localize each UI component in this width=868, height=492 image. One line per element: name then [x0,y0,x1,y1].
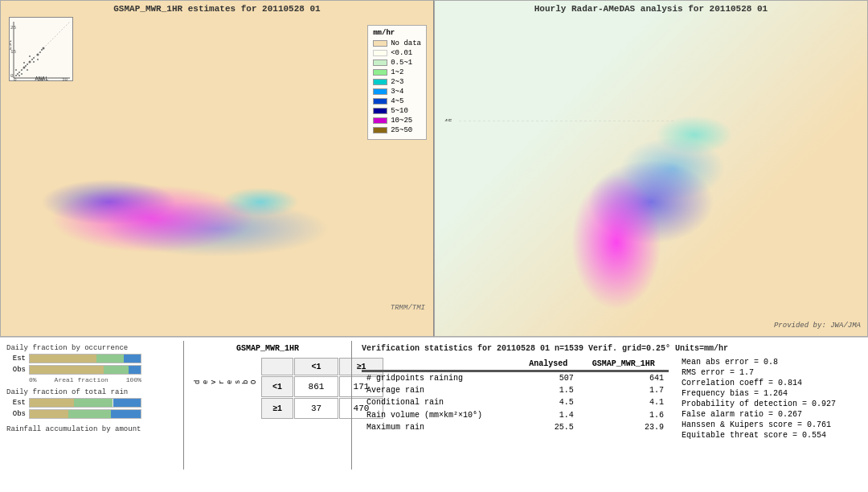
cg-val-a: 861 [294,376,338,397]
contingency-table: GSMAP_MWR_1HR Observed <1 ≥1 <1 861 171 [187,341,348,489]
scatter-plot-inset: ANAL Est 0 25 30 0 15 25 [9,17,73,81]
svg-text:15: 15 [10,49,17,55]
stats-col-gsmap: GSMAP_MWR_1HR [579,358,669,371]
stats-tbody: # gridpoints raining507641Average rain1.… [362,372,669,434]
axis-0pct: 0% [29,376,37,383]
stats-right-item: Correlation coeff = 0.814 [682,379,858,387]
svg-point-6 [21,69,23,71]
stats-right-item: False alarm ratio = 0.267 [682,410,858,419]
legend-color-5-10 [373,108,387,114]
svg-text:25: 25 [38,77,44,82]
heavy-rain-obs-fill [129,366,141,374]
occurrence-est-row: Est [6,354,177,363]
stats-inner: Analysed GSMAP_MWR_1HR # gridpoints rain… [362,358,858,441]
svg-point-21 [27,69,28,71]
stats-cell-gsmap: 1.6 [579,408,669,421]
stats-right-item: RMS error = 1.7 [682,368,858,377]
legend-label-25-50: 25~50 [391,126,412,134]
totalrain-obs-row: Obs [6,409,177,419]
stats-row: # gridpoints raining507641 [362,372,669,385]
stats-cell-analysed: 25.5 [518,421,579,433]
svg-point-7 [23,67,26,69]
stats-left: Analysed GSMAP_MWR_1HR # gridpoints rain… [362,358,669,441]
chart-total-rain: Daily fraction of total rain Est Obs [6,388,177,420]
legend-item-5-10: 5~10 [373,107,421,115]
svg-point-18 [15,69,17,71]
legend-color-nodata [373,40,387,47]
chart-totalrain-title: Daily fraction of total rain [6,388,177,396]
stats-cell-gsmap: 641 [579,372,669,385]
svg-point-13 [37,54,39,56]
legend-label-lt001: <0.01 [391,49,412,57]
cg-row-lt1: <1 [261,376,293,397]
legend-item-lt001: <0.01 [373,49,421,57]
stats-row: Average rain1.51.7 [362,384,669,396]
obs-vertical-label: Observed [194,358,258,422]
right-map-credit: Provided by: JWA/JMA [774,322,861,330]
heavy-rain-est-fill [124,355,141,363]
stats-cell-label: Average rain [362,384,518,396]
svg-point-20 [23,62,25,64]
occurrence-est-bar [29,354,141,363]
cg-header-lt1: <1 [294,358,338,375]
legend-color-25-50 [373,127,387,133]
bottom-row: Daily fraction by occurrence Est Obs [0,338,868,492]
contingency-title: GSMAP_MWR_1HR [194,344,342,353]
stats-cell-label: Maximum rain [362,421,518,433]
legend-item-10-25: 10~25 [373,117,421,125]
tr-no-rain-obs [30,410,68,418]
tr-heavy-rain-obs [111,410,141,418]
legend-item-25-50: 25~50 [373,126,421,134]
stats-col-analysed: Analysed [518,358,579,371]
axis-label: Areal fraction [55,376,108,383]
totalrain-est-row: Est [6,398,177,408]
scatter-svg: ANAL Est 0 25 30 0 15 25 [10,18,74,82]
left-map-title: GSMAP_MWR_1HR estimates for 20110528 01 [113,4,320,14]
legend-color-lt001 [373,50,387,56]
tr-heavy-rain-est [113,399,141,407]
svg-point-17 [18,75,20,76]
totalrain-est-bar [29,398,141,408]
svg-point-4 [17,73,18,75]
legend-item-05-1: 0.5~1 [373,59,421,67]
contingency-wrapper: Observed <1 ≥1 <1 861 171 ≥1 37 [194,358,342,422]
left-map-panel: GSMAP_MWR_1HR estimates for 20110528 01 [0,0,434,337]
stats-right-item: Equitable threat score = 0.554 [682,431,858,440]
legend-color-1-2 [373,69,387,76]
legend-label-3-4: 3~4 [391,88,403,96]
tr-no-rain-est [30,399,74,407]
stats-cell-analysed: 4.5 [518,396,579,408]
legend-item-nodata: No data [373,39,421,47]
legend-label-2-3: 2~3 [391,78,403,86]
stats-col-label [362,358,518,371]
bottom-charts: Daily fraction by occurrence Est Obs [3,341,180,489]
chart-accumulation: Rainfall accumulation by amount [6,425,177,435]
svg-point-19 [21,73,23,75]
svg-point-9 [27,64,28,65]
legend-color-10-25 [373,117,387,124]
svg-point-22 [29,55,31,57]
tr-light-rain-obs [68,410,110,418]
tr-light-rain-est [74,399,113,407]
cg-val-c: 37 [294,398,338,419]
legend-label-10-25: 10~25 [391,117,412,125]
svg-point-23 [33,61,35,63]
no-rain-est-fill [30,355,96,363]
chart-occurrence: Daily fraction by occurrence Est Obs [6,344,177,383]
stats-right-item: Frequency bias = 1.264 [682,389,858,398]
svg-point-24 [37,59,39,60]
stats-cell-analysed: 1.4 [518,408,579,421]
right-map-background [435,1,867,336]
svg-text:30: 30 [62,77,68,82]
svg-point-14 [39,51,41,53]
legend-label-05-1: 0.5~1 [391,59,412,67]
axis-100pct: 100% [126,376,141,383]
stats-row: Maximum rain25.523.9 [362,421,669,433]
light-rain-est-fill [96,355,125,363]
stats-cell-gsmap: 1.7 [579,384,669,396]
chart-occurrence-title: Daily fraction by occurrence [6,344,177,352]
main-container: GSMAP_MWR_1HR estimates for 20110528 01 [0,0,868,492]
stats-header-row: Analysed GSMAP_MWR_1HR [362,358,669,371]
stats-row: Conditional rain4.54.1 [362,396,669,408]
right-map-panel: Hourly Radar-AMeDAS analysis for 2011052… [434,0,868,337]
